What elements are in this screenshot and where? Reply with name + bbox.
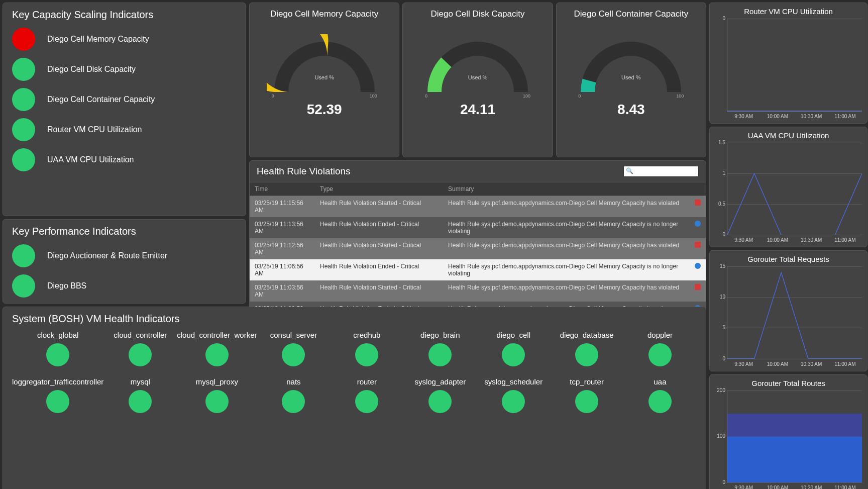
- mini-chart[interactable]: Router VM CPU Utilization09:30 AM10:00 A…: [709, 3, 867, 124]
- bosh-item[interactable]: syslog_scheduler: [477, 377, 550, 413]
- col-summary[interactable]: Summary: [443, 182, 690, 196]
- kcsi-label: Router VM CPU Utilization: [47, 125, 142, 134]
- status-dot-icon: [575, 390, 598, 413]
- bosh-label: cloud_controller_worker: [177, 331, 257, 339]
- status-dot-icon: [46, 343, 69, 366]
- bosh-label: clock_global: [12, 331, 103, 339]
- gauge-arc: Used % 0100: [267, 34, 382, 100]
- bosh-item[interactable]: diego_database: [550, 331, 623, 366]
- status-dot-icon: [428, 343, 452, 366]
- bosh-item[interactable]: diego_cell: [477, 331, 550, 366]
- kcsi-item[interactable]: UAA VM CPU Utilization: [12, 148, 237, 171]
- bosh-item[interactable]: loggregator_trafficcontroller: [12, 377, 103, 413]
- violation-row[interactable]: 03/25/19 11:12:56 AM Health Rule Violati…: [250, 238, 706, 259]
- status-dot-icon: [129, 343, 152, 366]
- violation-summary: Health Rule sys.pcf.demo.appdynamics.com…: [443, 238, 690, 259]
- violation-row[interactable]: 03/25/19 11:06:56 AM Health Rule Violati…: [250, 259, 706, 280]
- mini-chart[interactable]: UAA VM CPU Utilization1.510.509:30 AM10:…: [709, 127, 867, 248]
- bosh-item[interactable]: syslog_adapter: [403, 377, 477, 413]
- bosh-item[interactable]: cloud_controller_worker: [177, 331, 257, 366]
- bosh-item[interactable]: tcp_router: [550, 377, 623, 413]
- kcsi-label: Diego Cell Disk Capacity: [47, 65, 136, 74]
- kpi-item[interactable]: Diego Auctioneer & Route Emitter: [12, 244, 237, 267]
- right-column: Router VM CPU Utilization09:30 AM10:00 A…: [709, 3, 867, 489]
- col-type[interactable]: Type: [315, 182, 443, 196]
- status-dot-icon: [355, 390, 378, 413]
- col-time[interactable]: Time: [250, 182, 315, 196]
- status-dot-icon: [502, 343, 525, 366]
- status-dot-icon: [502, 390, 525, 413]
- violations-search-input[interactable]: [623, 166, 699, 177]
- violation-summary: Health Rule sys.pcf.demo.appdynamics.com…: [443, 196, 690, 218]
- gauges-row: Diego Cell Memory Capacity Used % 0100 5…: [249, 3, 706, 157]
- violation-type: Health Rule Violation Ended - Critical: [315, 217, 443, 238]
- violation-time: 03/25/19 11:12:56 AM: [250, 238, 315, 259]
- kcsi-label: Diego Cell Container Capacity: [47, 95, 155, 104]
- status-dot-icon: [428, 390, 452, 413]
- violations-title: Health Rule Violations: [257, 166, 351, 177]
- bosh-label: diego_brain: [403, 331, 477, 339]
- violation-row[interactable]: 03/25/19 11:15:56 AM Health Rule Violati…: [250, 196, 706, 218]
- bosh-item[interactable]: mysql: [103, 377, 177, 413]
- bosh-label: router: [330, 377, 403, 386]
- bosh-label: consul_server: [257, 331, 330, 339]
- kcsi-label: UAA VM CPU Utilization: [47, 155, 134, 164]
- violation-type: Health Rule Violation Ended - Critical: [315, 259, 443, 280]
- gauge-title: Diego Cell Container Capacity: [574, 9, 688, 19]
- status-dot-icon: [575, 343, 598, 366]
- status-dot-icon: [12, 148, 35, 171]
- bosh-title: System (BOSH) VM Health Indicators: [12, 313, 697, 325]
- mini-chart[interactable]: Gorouter Total Routes20010009:30 AM10:00…: [709, 374, 867, 490]
- kcsi-item[interactable]: Router VM CPU Utilization: [12, 118, 237, 141]
- mini-chart-title: Router VM CPU Utilization: [715, 7, 862, 16]
- kpi-item[interactable]: Diego BBS: [12, 274, 237, 298]
- violations-search[interactable]: 🔍: [623, 166, 699, 177]
- gauge-card[interactable]: Diego Cell Container Capacity Used % 010…: [556, 3, 706, 157]
- gauge-card[interactable]: Diego Cell Memory Capacity Used % 0100 5…: [249, 3, 399, 157]
- kcsi-label: Diego Cell Memory Capacity: [47, 35, 149, 44]
- gauge-value: 8.43: [617, 102, 645, 118]
- bosh-item[interactable]: clock_global: [12, 331, 103, 366]
- status-dot-icon: [129, 390, 152, 413]
- kcsi-item[interactable]: Diego Cell Memory Capacity: [12, 28, 237, 51]
- violation-row[interactable]: 03/25/19 11:03:56 AM Health Rule Violati…: [250, 280, 706, 302]
- bosh-item[interactable]: diego_brain: [403, 331, 477, 366]
- bosh-item[interactable]: router: [330, 377, 403, 413]
- violation-time: 03/25/19 11:13:56 AM: [250, 217, 315, 238]
- gauge-value: 52.39: [307, 102, 342, 118]
- gauge-arc: Used % 0100: [420, 34, 535, 100]
- kcsi-item[interactable]: Diego Cell Disk Capacity: [12, 58, 237, 81]
- violation-row[interactable]: 03/25/19 11:13:56 AM Health Rule Violati…: [250, 217, 706, 238]
- bosh-label: uaa: [623, 377, 697, 386]
- bosh-label: nats: [257, 377, 330, 386]
- mini-chart-title: Gorouter Total Requests: [715, 255, 862, 263]
- kpi-label: Diego Auctioneer & Route Emitter: [47, 251, 167, 260]
- kcsi-item[interactable]: Diego Cell Container Capacity: [12, 88, 237, 111]
- bosh-item[interactable]: consul_server: [257, 331, 330, 366]
- kpi-title: Key Performance Indicators: [12, 226, 237, 237]
- bosh-item[interactable]: uaa: [623, 377, 697, 413]
- gauge-card[interactable]: Diego Cell Disk Capacity Used % 0100 24.…: [402, 3, 553, 157]
- bosh-item[interactable]: cloud_controller: [103, 331, 177, 366]
- gauge-used-label: Used %: [267, 74, 382, 80]
- bosh-panel: System (BOSH) VM Health Indicators clock…: [3, 307, 706, 489]
- gauge-used-label: Used %: [573, 74, 689, 80]
- bosh-item[interactable]: doppler: [623, 331, 697, 366]
- status-dot-icon: [282, 343, 305, 366]
- bosh-label: doppler: [623, 331, 697, 339]
- kcsi-title: Key Capacity Scaling Indicators: [12, 9, 237, 21]
- bosh-label: mysql: [103, 377, 177, 386]
- violation-type: Health Rule Violation Started - Critical: [315, 280, 443, 302]
- bosh-label: loggregator_trafficcontroller: [12, 377, 103, 386]
- kpi-panel: Key Performance Indicators Diego Auction…: [3, 219, 246, 304]
- bosh-item[interactable]: nats: [257, 377, 330, 413]
- severity-info-icon: [695, 263, 701, 269]
- bosh-item[interactable]: credhub: [330, 331, 403, 366]
- bosh-item[interactable]: mysql_proxy: [177, 377, 257, 413]
- mini-chart[interactable]: Gorouter Total Requests1510509:30 AM10:0…: [709, 250, 867, 371]
- status-dot-icon: [12, 118, 35, 141]
- bosh-label: syslog_scheduler: [477, 377, 550, 386]
- severity-critical-icon: [695, 242, 701, 248]
- bosh-label: tcp_router: [550, 377, 623, 386]
- violation-summary: Health Rule sys.pcf.demo.appdynamics.com…: [443, 259, 690, 280]
